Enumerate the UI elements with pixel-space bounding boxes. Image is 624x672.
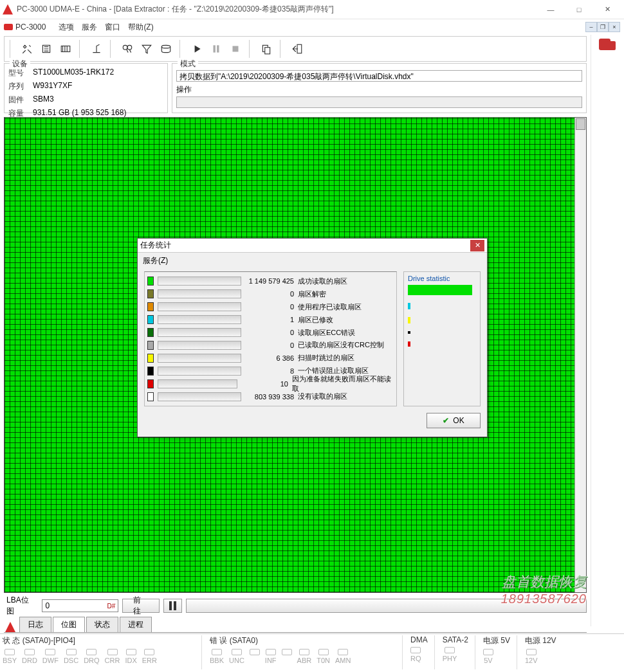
close-button[interactable]: ✕ (593, 0, 621, 19)
stat-color-swatch (147, 302, 154, 311)
device-serial-label: 序列 (8, 81, 29, 92)
copy-icon[interactable] (258, 41, 275, 57)
pause-button[interactable] (208, 41, 225, 57)
stat-bar (158, 302, 241, 311)
svg-rect-9 (265, 48, 270, 54)
stat-color-swatch (147, 367, 154, 376)
tab-icon (5, 622, 15, 632)
status-led (250, 649, 260, 664)
stop-button[interactable] (227, 41, 244, 57)
mode-pane: 模式 拷贝数据到"A:\2019\20200309-希捷035敲两声停转\Vir… (172, 63, 587, 113)
led-label: CRR (105, 657, 120, 664)
mdi-close[interactable]: × (609, 22, 620, 32)
tabbar: 日志 位图 状态 进程 (4, 617, 587, 633)
menu-window[interactable]: 窗口 (105, 22, 120, 33)
stat-bar (158, 328, 241, 337)
drive-bar (408, 303, 410, 309)
stats-list: 1 149 579 425 成功读取的扇区 0 扇区解密 0 使用程序已读取扇区… (144, 271, 397, 406)
mode-op-label: 操作 (176, 84, 196, 95)
led-box (338, 649, 348, 655)
stat-bar (158, 315, 241, 324)
ok-label: OK (453, 416, 464, 425)
stat-label: 已读取的扇区没有CRC控制 (298, 340, 384, 350)
status-group-state: 状 态 (SATA0)-[PIO4] BSYDRDDWFDSCDRQCRRIDX… (3, 635, 202, 669)
exit-icon[interactable] (289, 41, 306, 57)
tool-disk-icon[interactable] (158, 41, 174, 57)
tool-ram-icon[interactable] (57, 41, 74, 57)
status-title-state: 状 态 (SATA0)-[PIO4] (3, 635, 195, 646)
stat-label: 没有读取的扇区 (298, 392, 347, 401)
status-group-5v: 电源 5V 5V (483, 635, 517, 669)
status-title-5v: 电源 5V (483, 635, 510, 646)
dialog-subtitle[interactable]: 服务(Z) (138, 253, 487, 268)
stat-bar (158, 379, 238, 388)
menubar: PC-3000 选项 服务 窗口 帮助(Z) – ❐ × (0, 19, 624, 35)
drive-stat-title: Drive statistic (408, 275, 476, 282)
tab-status[interactable]: 状态 (86, 617, 118, 632)
led-label: IDX (125, 657, 136, 664)
minimize-button[interactable]: — (537, 0, 565, 19)
check-icon: ✔ (443, 416, 449, 425)
goto-button[interactable]: 前往 (122, 599, 159, 613)
pause-indicator[interactable] (163, 599, 182, 613)
status-led: DSC (64, 649, 78, 664)
brand: PC-3000 (4, 23, 46, 32)
svg-rect-7 (233, 46, 239, 52)
stat-bar (158, 289, 241, 298)
tool-filter-icon[interactable] (138, 41, 155, 57)
position-bar: LBA位图 0 D# 前往 (4, 597, 587, 615)
menu-options[interactable]: 选项 (59, 22, 74, 33)
stat-label: 成功读取的扇区 (298, 277, 347, 286)
led-box (107, 649, 118, 655)
tab-process[interactable]: 进程 (120, 617, 152, 632)
dialog-close-button[interactable]: ✕ (470, 240, 484, 251)
status-led: DRQ (84, 649, 99, 664)
menu-service[interactable]: 服务 (82, 22, 97, 33)
stat-label: 因为准备就绪失败而扇区不能读取 (292, 374, 394, 394)
led-box (126, 649, 136, 655)
status-led: PHY (443, 647, 457, 662)
led-label: ABR (297, 657, 312, 664)
led-label: RQ (410, 655, 421, 662)
tool-settings-icon[interactable] (19, 41, 35, 57)
led-label: ERR (142, 657, 157, 664)
led-box (445, 647, 455, 653)
stat-label: 扫描时跳过的扇区 (298, 353, 354, 363)
right-panel (591, 35, 624, 626)
tool-chip-icon[interactable] (38, 41, 55, 57)
brand-label: PC-3000 (15, 23, 46, 32)
scrollbar-thumb[interactable] (576, 118, 585, 130)
mdi-restore[interactable]: ❐ (597, 22, 609, 32)
device-firmware-label: 固件 (8, 95, 29, 105)
mdi-minimize[interactable]: – (585, 22, 597, 32)
tab-bitmap[interactable]: 位图 (53, 617, 85, 632)
maximize-button[interactable]: □ (565, 0, 593, 19)
lba-label: LBA位图 (4, 595, 38, 617)
led-label: INF (265, 657, 277, 664)
tool-head-icon[interactable] (88, 41, 105, 57)
stat-row: 0 扇区解密 (147, 289, 394, 300)
device-serial-value: W931Y7XF (33, 81, 72, 92)
status-led: DWF (42, 649, 59, 664)
play-button[interactable] (188, 41, 205, 57)
tool-search-icon[interactable] (119, 41, 136, 57)
led-label: 12V (525, 657, 538, 664)
svg-rect-6 (217, 45, 219, 52)
stat-label: 扇区解密 (298, 289, 326, 299)
stat-bar (158, 392, 241, 401)
status-led: AMN (335, 649, 351, 664)
database-icon[interactable] (599, 39, 617, 54)
stat-row: 0 读取扇区ECC错误 (147, 327, 394, 338)
progress-track[interactable] (186, 599, 587, 613)
stat-bar (158, 277, 241, 286)
led-label: DSC (64, 657, 78, 664)
scrollbar[interactable] (574, 118, 586, 592)
tab-log[interactable]: 日志 (19, 617, 51, 632)
status-title-sata2: SATA-2 (443, 635, 468, 644)
ok-button[interactable]: ✔ OK (427, 413, 481, 428)
led-box (24, 649, 35, 655)
mode-path: 拷贝数据到"A:\2019\20200309-希捷035敲两声停转\Virtua… (176, 70, 582, 82)
stat-value: 1 149 579 425 (245, 277, 294, 285)
menu-help[interactable]: 帮助(Z) (128, 22, 153, 33)
lba-input[interactable]: 0 D# (42, 599, 118, 612)
